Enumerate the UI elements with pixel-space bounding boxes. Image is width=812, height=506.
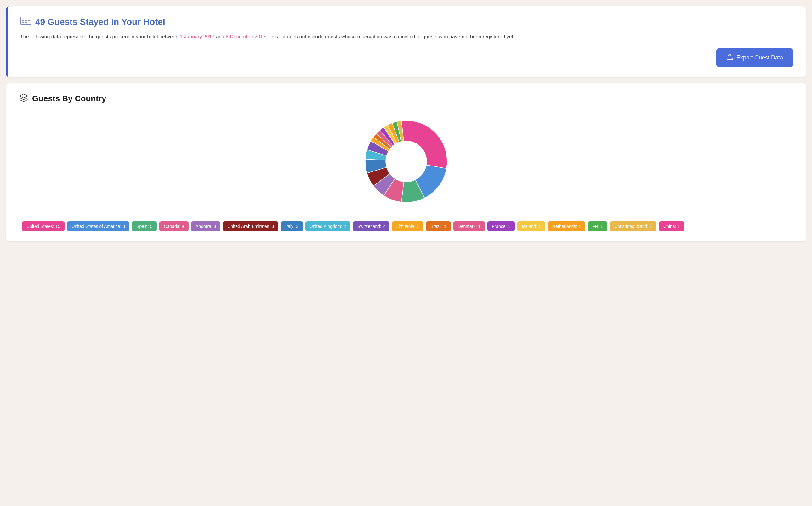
page-title: 49 Guests Stayed in Your Hotel (35, 17, 165, 27)
description-text: The following data represents the guests… (20, 32, 793, 41)
svg-rect-6 (25, 22, 27, 23)
svg-rect-7 (727, 58, 733, 60)
layers-icon (19, 93, 28, 103)
legend-tag: France: 1 (488, 221, 515, 231)
donut-chart-container (19, 111, 793, 212)
desc-after: . This list does not include guests whos… (266, 34, 514, 39)
legend-tag: Denmark: 1 (453, 221, 485, 231)
svg-rect-4 (28, 20, 29, 21)
legend-tag: United States: 15 (22, 221, 65, 231)
legend-tag: China: 1 (659, 221, 684, 231)
legend-tag: United Arab Emirates: 3 (223, 221, 278, 231)
legend-tag: Christmas Island: 1 (610, 221, 656, 231)
svg-rect-5 (22, 22, 24, 23)
donut-chart (356, 111, 456, 212)
legend-tag: Iceland: 1 (517, 221, 545, 231)
export-row: Export Guest Data (20, 49, 793, 67)
legend-tag: Italy: 3 (281, 221, 303, 231)
legend-tag: Spain: 5 (132, 221, 157, 231)
legend-tag: United Kingdom: 2 (305, 221, 351, 231)
date-start: 1 January 2017 (180, 34, 214, 39)
legend-tag: Canada: 4 (159, 221, 189, 231)
legend-tag: FR: 1 (588, 221, 607, 231)
legend-tag: United States of America: 8 (67, 221, 129, 231)
desc-middle: and (214, 34, 226, 39)
svg-rect-2 (22, 20, 24, 21)
section-header: Guests By Country (19, 93, 793, 103)
date-end: 8 December 2017 (226, 34, 266, 39)
export-icon (726, 54, 733, 62)
legend-tag: Switzerland: 2 (353, 221, 389, 231)
legend-tag: Netherlands: 1 (548, 221, 585, 231)
legend-tag: Andorra: 3 (191, 221, 220, 231)
guests-icon (20, 16, 31, 27)
desc-before: The following data represents the guests… (20, 34, 180, 39)
export-guest-data-button[interactable]: Export Guest Data (716, 49, 793, 67)
guest-summary-card: 49 Guests Stayed in Your Hotel The follo… (6, 6, 806, 77)
legend-tag: Brazil: 1 (426, 221, 451, 231)
card-header: 49 Guests Stayed in Your Hotel (20, 16, 793, 27)
legend-tag: Lithuania: 1 (392, 221, 424, 231)
legend-container: United States: 15United States of Americ… (19, 221, 793, 231)
donut-center (386, 141, 427, 182)
guests-by-country-card: Guests By Country United States: 15Unite… (6, 83, 806, 241)
svg-marker-9 (19, 94, 28, 98)
guests-by-country-title: Guests By Country (32, 94, 106, 103)
svg-rect-3 (25, 20, 27, 21)
export-label: Export Guest Data (736, 55, 783, 61)
